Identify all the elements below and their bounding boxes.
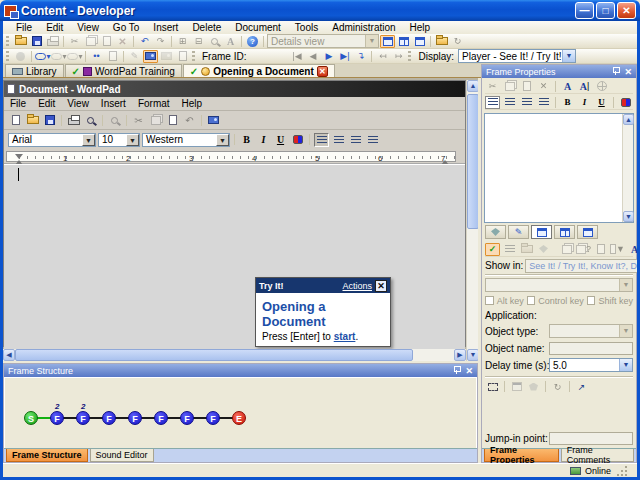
fp-font-icon[interactable]: A xyxy=(560,80,575,93)
fp-page-down-button[interactable]: ▼ xyxy=(610,243,625,256)
tab-sound-editor[interactable]: Sound Editor xyxy=(90,449,154,462)
menu-edit[interactable]: Edit xyxy=(39,22,70,33)
menu-tools[interactable]: Tools xyxy=(288,22,325,33)
tab-library[interactable]: Library xyxy=(5,64,64,77)
fp-translate-icon[interactable] xyxy=(618,96,633,109)
toolbar-grip[interactable] xyxy=(6,36,9,47)
wp-fontsize-combo[interactable]: 10 ▼ xyxy=(98,133,140,147)
wp-copy-icon[interactable] xyxy=(148,113,163,127)
fp-copy-icon[interactable] xyxy=(502,80,517,93)
refresh-button[interactable]: ↻ xyxy=(450,35,465,48)
fp-mode-tab-3[interactable] xyxy=(531,225,552,239)
frame-node[interactable]: 2F xyxy=(76,411,90,425)
wp-print-icon[interactable] xyxy=(66,113,81,127)
menu-insert[interactable]: Insert xyxy=(146,22,185,33)
paste-button[interactable] xyxy=(99,35,114,48)
fp-paste-icon[interactable] xyxy=(519,80,534,93)
branch-end-button[interactable]: ↦ xyxy=(391,50,406,63)
wp-italic-button[interactable]: I xyxy=(256,133,271,147)
screenshot-button[interactable] xyxy=(175,50,190,63)
jump-in-field[interactable] xyxy=(549,432,633,445)
scroll-right-icon[interactable]: ▶ xyxy=(454,349,466,361)
alt-key-checkbox[interactable] xyxy=(485,296,494,305)
wp-save-icon[interactable] xyxy=(42,113,57,127)
chevron-down-icon[interactable]: ▼ xyxy=(82,134,95,146)
branch-button[interactable]: ▾ xyxy=(67,50,82,63)
insert-frames-button[interactable]: •• xyxy=(89,50,104,63)
wp-cut-icon[interactable]: ✂ xyxy=(131,113,146,127)
wp-align-center-button[interactable] xyxy=(331,133,346,147)
wp-new-icon[interactable] xyxy=(8,113,23,127)
edit-frame-button[interactable]: ✎ xyxy=(127,50,142,63)
wp-menu-help[interactable]: Help xyxy=(176,98,209,109)
delete-frame-button[interactable] xyxy=(105,50,120,63)
frame-node[interactable]: 2F xyxy=(50,411,64,425)
scroll-down-icon[interactable]: ▼ xyxy=(623,211,634,222)
actions-link[interactable]: Actions xyxy=(342,281,372,291)
branch-start-button[interactable]: ↤ xyxy=(375,50,390,63)
wp-undo-icon[interactable]: ↶ xyxy=(182,113,197,127)
fp-web-icon[interactable] xyxy=(594,80,609,93)
fp-page-button[interactable] xyxy=(593,243,608,256)
cut-button[interactable]: ✂ xyxy=(67,35,82,48)
fp-jump-arrow-button[interactable]: ↗ xyxy=(574,380,589,393)
last-frame-button[interactable]: ▶| xyxy=(337,50,352,63)
fp-copy-pages-button[interactable] xyxy=(559,243,574,256)
copy-button[interactable] xyxy=(83,35,98,48)
shift-key-checkbox[interactable] xyxy=(587,296,596,305)
menu-goto[interactable]: Go To xyxy=(106,22,147,33)
tab-frame-structure[interactable]: Frame Structure xyxy=(6,449,88,462)
wp-menu-file[interactable]: File xyxy=(4,98,32,109)
resize-grip[interactable] xyxy=(621,470,623,472)
frame-node[interactable]: F xyxy=(102,411,116,425)
redo-button[interactable]: ↷ xyxy=(153,35,168,48)
fp-align-justify-button[interactable] xyxy=(536,96,551,109)
fp-fill-button[interactable] xyxy=(536,243,551,256)
horizontal-view-button[interactable] xyxy=(396,35,411,48)
view-mode-combo[interactable]: Details view ▼ xyxy=(267,34,379,48)
pin-icon[interactable] xyxy=(612,67,619,76)
wp-find-icon[interactable] xyxy=(107,113,122,127)
unlink-frames-button[interactable]: ▾ xyxy=(51,50,66,63)
wp-charset-combo[interactable]: Western ▼ xyxy=(142,133,230,147)
link-frames-button[interactable]: ▾ xyxy=(35,50,50,63)
wp-bullets-button[interactable] xyxy=(365,133,380,147)
wp-align-right-button[interactable] xyxy=(348,133,363,147)
display-combo[interactable]: Player - See It! / Try It! ▼ xyxy=(458,49,576,63)
spellcheck-button[interactable]: A xyxy=(223,35,238,48)
scroll-up-icon[interactable]: ▲ xyxy=(467,80,478,92)
recapture-button[interactable] xyxy=(143,50,158,63)
wp-underline-button[interactable]: U xyxy=(273,133,288,147)
fp-align-right-button[interactable] xyxy=(519,96,534,109)
delay-time-combo[interactable]: 5.0 ▼ xyxy=(549,358,633,372)
close-panel-icon[interactable]: ✕ xyxy=(465,366,473,376)
fp-italic-button[interactable]: I xyxy=(577,96,592,109)
chevron-down-icon[interactable]: ▼ xyxy=(365,35,378,47)
wp-preview-icon[interactable] xyxy=(83,113,98,127)
fp-align-left-button[interactable] xyxy=(485,96,500,109)
wordpad-document-area[interactable] xyxy=(4,164,465,360)
scroll-left-icon[interactable]: ◀ xyxy=(3,349,15,361)
menu-document[interactable]: Document xyxy=(228,22,288,33)
fp-list-button[interactable] xyxy=(502,243,517,256)
delete-button[interactable]: ✕ xyxy=(115,35,130,48)
minimize-button[interactable]: — xyxy=(575,2,594,19)
fp-redo-area-button[interactable]: ↻ xyxy=(550,380,565,393)
menu-delete[interactable]: Delete xyxy=(185,22,228,33)
chevron-down-icon[interactable]: ▼ xyxy=(562,50,575,62)
fp-copy-special-button[interactable]: ? xyxy=(576,243,591,256)
recapture-next-button[interactable] xyxy=(159,50,174,63)
wp-menu-edit[interactable]: Edit xyxy=(32,98,61,109)
first-frame-button[interactable]: |◀ xyxy=(289,50,304,63)
fp-select-area-button[interactable] xyxy=(485,380,500,393)
fp-cut-icon[interactable]: ✂ xyxy=(485,80,500,93)
wp-color-button[interactable] xyxy=(290,133,305,147)
bubble-text-editor[interactable]: ▲ ▼ xyxy=(484,113,634,223)
close-button[interactable]: ✕ xyxy=(617,2,636,19)
fp-mode-tab-4[interactable] xyxy=(554,225,575,239)
fp-mode-tab-2[interactable]: ✎ xyxy=(508,225,529,239)
menu-administration[interactable]: Administration xyxy=(325,22,402,33)
help-button[interactable]: ? xyxy=(245,35,260,48)
tab-frame-comments[interactable]: Frame Comments xyxy=(561,449,634,462)
wp-menu-insert[interactable]: Insert xyxy=(95,98,132,109)
